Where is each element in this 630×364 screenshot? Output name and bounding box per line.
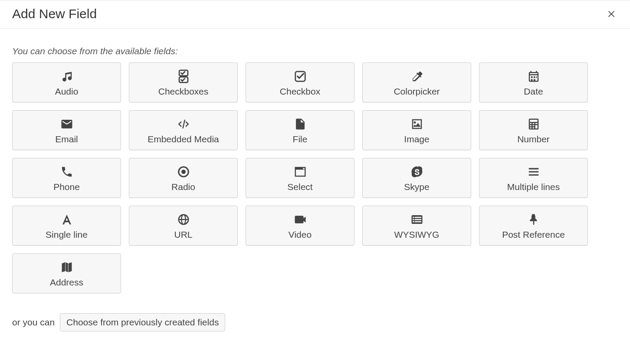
field-type-label: Checkbox (280, 86, 320, 97)
field-type-label: Single line (46, 230, 88, 240)
field-type-label: Checkboxes (158, 86, 209, 97)
list-alt-icon (410, 211, 423, 228)
file-icon (294, 116, 307, 132)
close-button[interactable] (605, 7, 618, 20)
modal-header: Add New Field (0, 0, 630, 29)
field-type-label: Address (50, 277, 83, 288)
field-type-colorpicker[interactable]: Colorpicker (362, 62, 471, 102)
modal-footer-line: or you can Choose from previously create… (12, 313, 618, 331)
field-type-address[interactable]: Address (12, 253, 121, 293)
eyedropper-icon (410, 68, 423, 85)
field-type-label: Number (517, 134, 550, 144)
field-type-checkboxes[interactable]: Checkboxes (129, 62, 238, 102)
field-type-phone[interactable]: Phone (12, 158, 121, 198)
field-type-url[interactable]: URL (129, 206, 238, 246)
field-type-audio[interactable]: Audio (12, 62, 121, 102)
field-type-select[interactable]: Select (246, 158, 354, 198)
field-type-video[interactable]: Video (246, 206, 354, 246)
field-type-post-reference[interactable]: Post Reference (479, 206, 588, 246)
field-type-label: Video (289, 230, 312, 240)
field-type-multiple-lines[interactable]: Multiple lines (479, 158, 588, 198)
field-type-embedded-media[interactable]: Embedded Media (129, 110, 238, 150)
field-type-label: Post Reference (502, 230, 565, 240)
field-type-label: Radio (171, 182, 195, 192)
dot-circle-icon (177, 164, 190, 180)
field-type-label: Colorpicker (394, 86, 440, 97)
field-type-label: WYSIWYG (394, 230, 440, 240)
modal-title: Add New Field (12, 7, 97, 21)
modal-body: You can choose from the available fields… (0, 29, 630, 344)
field-type-label: Date (524, 86, 543, 97)
bars-icon (527, 164, 540, 180)
code-icon (177, 116, 190, 132)
field-type-label: Audio (55, 86, 79, 97)
close-icon (607, 7, 616, 21)
thumbtack-icon (527, 211, 540, 228)
field-type-number[interactable]: Number (479, 110, 588, 150)
field-type-grid: AudioCheckboxesCheckboxColorpickerDateEm… (12, 62, 594, 293)
music-icon (60, 68, 73, 85)
checklist-icon (176, 68, 191, 85)
field-type-file[interactable]: File (246, 110, 354, 150)
field-type-label: Skype (404, 182, 429, 192)
image-icon (410, 116, 423, 132)
field-type-label: Multiple lines (507, 182, 560, 192)
envelope-icon (60, 116, 73, 132)
field-type-checkbox[interactable]: Checkbox (246, 62, 354, 102)
checkbox-icon (294, 68, 307, 85)
footer-or-text: or you can (12, 317, 55, 328)
calendar-icon (527, 68, 540, 85)
field-type-email[interactable]: Email (12, 110, 121, 150)
globe-icon (177, 211, 190, 228)
field-type-label: Embedded Media (148, 134, 219, 144)
field-type-single-line[interactable]: Single line (12, 206, 121, 246)
field-type-image[interactable]: Image (362, 110, 471, 150)
field-chooser-subtitle: You can choose from the available fields… (12, 46, 618, 56)
field-type-wysiwyg[interactable]: WYSIWYG (362, 206, 471, 246)
font-icon (60, 211, 73, 228)
field-type-radio[interactable]: Radio (129, 158, 238, 198)
add-field-modal: Add New Field You can choose from the av… (0, 0, 630, 344)
field-type-label: Email (55, 134, 78, 144)
calculator-icon (527, 116, 540, 132)
phone-icon (60, 164, 73, 180)
field-type-label: Image (404, 134, 429, 144)
skype-icon (410, 164, 423, 180)
window-icon (294, 164, 307, 180)
field-type-label: URL (174, 230, 192, 240)
choose-existing-field-button[interactable]: Choose from previously created fields (60, 313, 225, 331)
field-type-skype[interactable]: Skype (362, 158, 471, 198)
video-icon (294, 211, 307, 228)
field-type-label: Phone (53, 182, 80, 192)
field-type-date[interactable]: Date (479, 62, 588, 102)
map-icon (60, 259, 73, 275)
field-type-label: Select (287, 182, 312, 192)
field-type-label: File (293, 134, 308, 144)
